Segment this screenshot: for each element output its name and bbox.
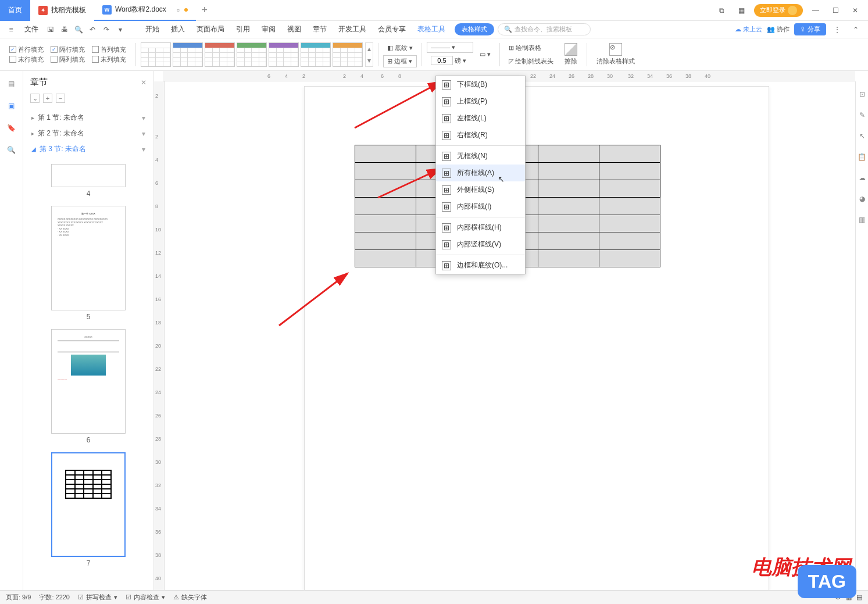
- menu-tabletools[interactable]: 表格工具: [412, 21, 451, 38]
- line-style-button[interactable]: ——— ▾: [427, 42, 473, 53]
- check-first-col[interactable]: 首列填充: [92, 45, 126, 54]
- menu-reference[interactable]: 引用: [230, 21, 256, 38]
- border-option-a[interactable]: ⊞所有框线(A): [436, 165, 525, 181]
- menu-start[interactable]: 开始: [140, 21, 165, 38]
- login-button[interactable]: 立即登录: [754, 4, 803, 17]
- page-thumb[interactable]: [51, 452, 126, 557]
- check-first-row[interactable]: 首行填充: [9, 45, 44, 54]
- dropdown-icon[interactable]: ▾: [114, 23, 127, 36]
- save-icon[interactable]: 🖫: [44, 23, 57, 36]
- menu-view[interactable]: 视图: [281, 21, 307, 38]
- shading-button[interactable]: ◧ 底纹 ▾: [383, 42, 417, 54]
- section-item[interactable]: ▸第 2 节: 未命名▾: [23, 126, 153, 141]
- gallery-more-button[interactable]: ▴▾: [365, 42, 373, 67]
- page-thumb[interactable]: 第一节 XXXXXXXXX XXXXXXXX XXXXXXXXX XXXXXXX…: [51, 206, 126, 310]
- menu-devtools[interactable]: 开发工具: [333, 21, 372, 38]
- status-content[interactable]: ☑ 内容检查 ▾: [126, 593, 165, 602]
- pen-color-button[interactable]: ▭ ▾: [476, 49, 495, 60]
- rail-outline-icon[interactable]: ▤: [6, 78, 17, 90]
- border-option-o[interactable]: ⊞边框和底纹(O)...: [436, 257, 525, 274]
- tab-template[interactable]: ✦ 找稻壳模板: [30, 0, 94, 21]
- border-option-h[interactable]: ⊞内部横框线(H): [436, 219, 525, 236]
- draw-diagonal-button[interactable]: ◸ 绘制斜线表头: [505, 55, 558, 67]
- share-button[interactable]: ⇪ 分享: [794, 23, 826, 35]
- rail-clipboard-icon[interactable]: 📋: [856, 151, 868, 163]
- new-tab-button[interactable]: +: [196, 4, 213, 16]
- panel-expand-icon[interactable]: ⌄: [30, 94, 40, 103]
- border-option-p[interactable]: ⊞上框线(P): [436, 93, 525, 110]
- tab-document[interactable]: W Word教程2.docx ▫: [94, 0, 196, 21]
- minimize-button[interactable]: —: [809, 3, 823, 17]
- border-option-r[interactable]: ⊞右框线(R): [436, 127, 525, 144]
- section-item[interactable]: ▸第 1 节: 未命名▾: [23, 110, 153, 126]
- left-rail: ▤ ▣ 🔖 🔍: [0, 71, 23, 590]
- border-option-l[interactable]: ⊞左框线(L): [436, 110, 525, 127]
- clear-style-button[interactable]: ⊘ 清除表格样式: [592, 42, 640, 67]
- redo-icon[interactable]: ↷: [100, 23, 113, 36]
- border-option-n[interactable]: ⊞无框线(N): [436, 148, 525, 165]
- tab-home[interactable]: 首页: [0, 0, 30, 21]
- rail-settings-icon[interactable]: ⊡: [856, 88, 868, 100]
- status-words[interactable]: 字数: 2220: [39, 593, 70, 602]
- check-last-row[interactable]: 末行填充: [9, 55, 44, 64]
- menu-member[interactable]: 会员专享: [372, 21, 412, 38]
- page-thumb[interactable]: [51, 164, 126, 187]
- table-style-swatch[interactable]: [205, 42, 235, 67]
- table-style-swatch[interactable]: [269, 42, 299, 67]
- collab-button[interactable]: 👥 协作: [767, 25, 790, 34]
- menu-chapter[interactable]: 章节: [307, 21, 333, 38]
- table-style-swatch[interactable]: [301, 42, 331, 67]
- rail-bookmark-icon[interactable]: 🔖: [6, 122, 17, 134]
- border-button[interactable]: ⊞ 边框 ▾: [383, 55, 417, 67]
- status-page[interactable]: 页面: 9/9: [6, 593, 31, 602]
- search-input[interactable]: 🔍 查找命令、搜索模板: [498, 23, 591, 35]
- weight-input[interactable]: [431, 56, 453, 65]
- view-mode-icon[interactable]: ▤: [856, 594, 862, 601]
- apps-icon[interactable]: ▦: [734, 3, 748, 17]
- table-style-swatch[interactable]: [141, 42, 171, 67]
- rail-pen-icon[interactable]: ✎: [856, 109, 868, 121]
- menu-file[interactable]: 文件: [19, 21, 44, 38]
- eraser-button[interactable]: 擦除: [560, 42, 582, 67]
- vertical-ruler[interactable]: 2246810121416182022242628303234363840424…: [154, 81, 165, 590]
- menu-review[interactable]: 审阅: [256, 21, 281, 38]
- page-thumb[interactable]: XXXXX~~~~~~~: [51, 329, 126, 434]
- rail-select-icon[interactable]: ↖: [856, 130, 868, 142]
- border-option-i[interactable]: ⊞内部框线(I): [436, 198, 525, 215]
- section-item[interactable]: ◢第 3 节: 未命名▾: [23, 141, 153, 157]
- maximize-button[interactable]: ☐: [828, 3, 842, 17]
- rail-cloud-icon[interactable]: ☁: [856, 172, 868, 184]
- status-spell[interactable]: ☑ 拼写检查 ▾: [78, 593, 117, 602]
- layout-icon[interactable]: ⧉: [715, 3, 728, 17]
- menu-insert[interactable]: 插入: [165, 21, 191, 38]
- menu-tablestyle[interactable]: 表格样式: [455, 23, 494, 35]
- table-style-swatch[interactable]: [237, 42, 267, 67]
- table-style-swatch[interactable]: [173, 42, 203, 67]
- draw-table-button[interactable]: ⊞ 绘制表格: [505, 42, 558, 54]
- cloud-status[interactable]: ☁ 未上云: [735, 25, 762, 34]
- rail-help-icon[interactable]: ◕: [856, 193, 868, 205]
- border-option-b[interactable]: ⊞下框线(B): [436, 76, 525, 93]
- check-alt-row[interactable]: 隔行填充: [51, 45, 85, 54]
- rail-chapter-icon[interactable]: ▣: [6, 100, 17, 112]
- undo-icon[interactable]: ↶: [86, 23, 99, 36]
- status-font[interactable]: ⚠ 缺失字体: [173, 593, 207, 602]
- rail-layout-icon[interactable]: ▥: [856, 214, 868, 226]
- preview-icon[interactable]: 🔍: [72, 23, 85, 36]
- table-style-swatch[interactable]: [333, 42, 363, 67]
- check-alt-col[interactable]: 隔列填充: [51, 55, 85, 64]
- rail-search-icon[interactable]: 🔍: [6, 144, 17, 156]
- menu-layout[interactable]: 页面布局: [191, 21, 230, 38]
- close-button[interactable]: ✕: [848, 3, 862, 17]
- panel-close-icon[interactable]: ✕: [141, 78, 147, 87]
- check-last-col[interactable]: 末列填充: [92, 55, 126, 64]
- panel-remove-icon[interactable]: −: [56, 94, 65, 103]
- border-option-v[interactable]: ⊞内部竖框线(V): [436, 236, 525, 253]
- border-option-s[interactable]: ⊞外侧框线(S): [436, 181, 525, 198]
- more-icon[interactable]: ⋮: [831, 23, 844, 36]
- print-icon[interactable]: 🖶: [58, 23, 71, 36]
- panel-add-icon[interactable]: +: [43, 94, 52, 103]
- tab-menu-icon[interactable]: ▫: [177, 5, 180, 15]
- menu-icon[interactable]: ≡: [5, 23, 17, 36]
- collapse-icon[interactable]: ⌃: [849, 23, 862, 36]
